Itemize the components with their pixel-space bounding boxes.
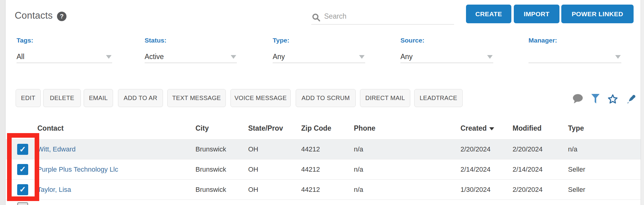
chevron-down-icon	[106, 55, 112, 59]
filter-value: All	[17, 53, 25, 61]
column-header-contact[interactable]: Contact	[37, 124, 64, 132]
cell-phone: n/a	[354, 166, 363, 173]
star-icon[interactable]	[608, 94, 618, 104]
partial-row-checkbox[interactable]	[17, 202, 28, 205]
cell-contact[interactable]: Purple Plus Technology Llc	[37, 166, 118, 173]
table-row: ✓Purple Plus Technology LlcBrunswickOH44…	[6, 159, 641, 180]
row-checkbox[interactable]: ✓	[17, 144, 28, 155]
row-checkbox[interactable]: ✓	[17, 164, 28, 175]
chevron-down-icon	[359, 55, 365, 59]
cell-type: n/a	[568, 145, 578, 153]
filter-label: Type:	[273, 37, 365, 44]
search-input[interactable]	[324, 12, 454, 20]
import-button[interactable]: IMPORT	[514, 5, 559, 23]
cell-state: OH	[248, 166, 258, 173]
text-message-button[interactable]: TEXT MESSAGE	[167, 89, 226, 107]
direct-mail-button[interactable]: DIRECT MAIL	[360, 89, 410, 107]
filter-tags: Tags:All	[17, 37, 112, 64]
delete-button[interactable]: DELETE	[43, 89, 81, 107]
create-button[interactable]: CREATE	[466, 5, 511, 23]
search-box	[311, 9, 454, 24]
column-header-zip[interactable]: Zip Code	[301, 124, 331, 132]
cell-modified: 2/20/2024	[513, 186, 543, 194]
filter-dropdown-tags[interactable]: All	[17, 51, 112, 63]
contact-link[interactable]: Witt, Edward	[37, 145, 76, 153]
contact-link[interactable]: Purple Plus Technology Llc	[37, 166, 118, 173]
cell-type: Seller	[568, 166, 585, 173]
page-title: Contacts	[15, 10, 53, 21]
filter-source: Source:Any	[400, 37, 493, 64]
voice-message-button[interactable]: VOICE MESSAGE	[230, 89, 291, 107]
column-header-phone[interactable]: Phone	[354, 124, 375, 132]
sort-desc-icon	[489, 127, 494, 130]
help-icon[interactable]: ?	[57, 12, 66, 21]
table-row: ✓Witt, EdwardBrunswickOH44212n/a2/20/202…	[6, 139, 641, 159]
cell-created: 2/14/2024	[460, 166, 491, 173]
filter-manager: Manager:	[528, 37, 621, 64]
column-header-modified[interactable]: Modified	[513, 124, 542, 132]
filter-dropdown-type[interactable]: Any	[273, 51, 365, 63]
filter-value: Any	[273, 53, 285, 61]
vertical-scrollbar[interactable]	[641, 0, 644, 205]
email-button[interactable]: EMAIL	[84, 89, 113, 107]
add-to-ar-button[interactable]: ADD TO AR	[118, 89, 163, 107]
cell-contact[interactable]: Witt, Edward	[37, 145, 76, 153]
column-header-type[interactable]: Type	[568, 124, 584, 132]
eyedropper-icon[interactable]	[626, 93, 637, 104]
filter-icon[interactable]	[591, 94, 600, 104]
cell-modified: 2/14/2024	[513, 166, 543, 173]
filter-label: Manager:	[528, 37, 621, 44]
cell-state: OH	[248, 186, 258, 194]
filter-dropdown-manager[interactable]	[528, 51, 621, 63]
filter-status: Status:Active	[145, 37, 237, 64]
check-icon: ✓	[19, 165, 26, 174]
toolbar-icons	[572, 93, 634, 105]
filter-label: Source:	[400, 37, 493, 44]
filter-label: Status:	[145, 37, 237, 44]
cell-city: Brunswick	[195, 145, 226, 153]
chevron-down-icon	[487, 55, 493, 59]
add-to-scrum-button[interactable]: ADD TO SCRUM	[296, 89, 356, 107]
cell-contact[interactable]: Taylor, Lisa	[37, 186, 71, 194]
chevron-down-icon	[615, 55, 621, 59]
cell-type: Seller	[568, 186, 585, 194]
cell-city: Brunswick	[195, 186, 226, 194]
cell-zip: 44212	[301, 186, 320, 194]
column-header-created[interactable]: Created	[460, 124, 494, 132]
filter-dropdown-source[interactable]: Any	[400, 51, 493, 63]
contact-link[interactable]: Taylor, Lisa	[37, 186, 71, 193]
column-header-city[interactable]: City	[195, 124, 209, 132]
filter-label: Tags:	[17, 37, 112, 44]
leadtrace-button[interactable]: LEADTRACE	[414, 89, 463, 107]
table-body: ✓Witt, EdwardBrunswickOH44212n/a2/20/202…	[6, 139, 641, 200]
filter-value: Active	[145, 53, 164, 61]
comment-icon[interactable]	[572, 94, 583, 104]
table-row: ✓Taylor, LisaBrunswickOH44212n/a1/30/202…	[6, 180, 641, 200]
chevron-down-icon	[231, 55, 236, 59]
left-gutter	[0, 0, 6, 205]
search-icon	[312, 13, 320, 22]
cell-zip: 44212	[301, 166, 320, 173]
edit-button[interactable]: EDIT	[16, 89, 41, 107]
check-icon: ✓	[19, 145, 26, 154]
cell-modified: 2/20/2024	[513, 145, 543, 153]
cell-created: 1/30/2024	[460, 186, 491, 194]
filter-value: Any	[400, 53, 413, 61]
check-icon: ✓	[19, 185, 26, 194]
cell-city: Brunswick	[195, 166, 226, 173]
filter-type: Type:Any	[273, 37, 365, 64]
filter-dropdown-status[interactable]: Active	[145, 51, 237, 63]
cell-zip: 44212	[301, 145, 320, 153]
cell-created: 2/20/2024	[460, 145, 491, 153]
cell-phone: n/a	[354, 186, 363, 194]
cell-phone: n/a	[354, 145, 363, 153]
column-header-state[interactable]: State/Prov	[248, 124, 283, 132]
row-checkbox[interactable]: ✓	[17, 184, 28, 195]
contacts-page: Contacts ? CREATE IMPORT POWER LINKED Ta…	[0, 0, 644, 205]
power-linked-button[interactable]: POWER LINKED	[561, 5, 634, 23]
cell-state: OH	[248, 145, 258, 153]
